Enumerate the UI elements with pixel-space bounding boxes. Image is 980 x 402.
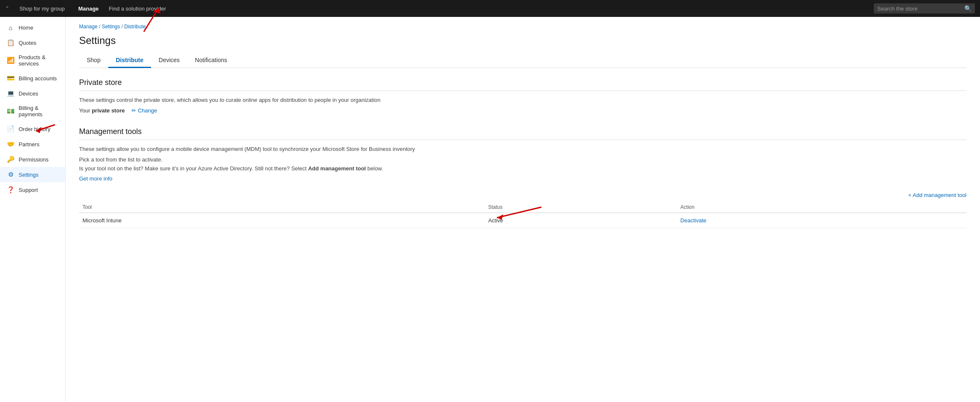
topbar: ⌃ Shop for my group Manage Find a soluti… xyxy=(0,0,980,17)
sidebar-label-products: Products & services xyxy=(19,54,58,67)
pencil-icon: ✏ xyxy=(132,107,136,114)
tool-status: Active xyxy=(485,213,677,228)
search-bar: 🔍 xyxy=(874,3,975,14)
tab-notifications[interactable]: Notifications xyxy=(187,53,235,68)
breadcrumb-manage[interactable]: Manage xyxy=(79,24,97,30)
sidebar-item-settings[interactable]: ⚙ Settings xyxy=(0,167,65,182)
col-status: Status xyxy=(485,202,677,213)
sidebar-item-quotes[interactable]: 📋 Quotes xyxy=(0,35,65,50)
sidebar-label-home: Home xyxy=(19,25,33,31)
sidebar-item-support[interactable]: ❓ Support xyxy=(0,182,65,197)
table-header: Tool Status Action xyxy=(79,202,966,213)
sidebar-label-billing-accounts: Billing accounts xyxy=(19,75,57,82)
private-store-title: Private store xyxy=(79,78,966,87)
products-icon: 📶 xyxy=(7,57,14,64)
deactivate-link[interactable]: Deactivate xyxy=(681,217,706,224)
table-body: Microsoft Intune Active Deactivate xyxy=(79,213,966,228)
management-tools-divider xyxy=(79,139,966,140)
breadcrumb: Manage / Settings / Distribute xyxy=(79,24,966,30)
settings-tabs: Shop Distribute Devices Notifications xyxy=(79,53,966,68)
sidebar-item-partners[interactable]: 🤝 Partners xyxy=(0,137,65,152)
sidebar-item-permissions[interactable]: 🔑 Permissions xyxy=(0,152,65,167)
add-management-tool-button[interactable]: + Add management tool xyxy=(908,192,966,198)
billing-payments-icon: 💵 xyxy=(7,107,14,115)
sidebar-item-devices[interactable]: 💻 Devices xyxy=(0,86,65,101)
private-store-label: Your private store xyxy=(79,107,125,114)
private-store-row: Your private store ✏ Change xyxy=(79,107,966,114)
private-store-divider xyxy=(79,90,966,91)
search-input[interactable] xyxy=(877,5,962,12)
tool-action: Deactivate xyxy=(677,213,966,228)
get-more-info-link[interactable]: Get more info xyxy=(79,175,113,182)
management-tools-title: Management tools xyxy=(79,127,966,136)
table-header-row: Tool Status Action xyxy=(79,202,966,213)
sidebar-item-products-services[interactable]: 📶 Products & services xyxy=(0,50,65,71)
sidebar-item-home[interactable]: ⌂ Home xyxy=(0,20,65,35)
nav-find-solution[interactable]: Find a solution provider xyxy=(109,5,166,12)
tool-name: Microsoft Intune xyxy=(79,213,485,228)
layout: ⌂ Home 📋 Quotes 📶 Products & services 💳 … xyxy=(0,17,980,402)
page-title: Settings xyxy=(79,35,966,46)
management-tools-description: These settings allow you to configure a … xyxy=(79,146,966,152)
breadcrumb-distribute[interactable]: Distribute xyxy=(124,24,146,30)
billing-accounts-icon: 💳 xyxy=(7,74,14,82)
management-tools-table: Tool Status Action Microsoft Intune Acti… xyxy=(79,202,966,228)
sidebar-label-order-history: Order history xyxy=(19,126,50,132)
table-row: Microsoft Intune Active Deactivate xyxy=(79,213,966,228)
tab-shop[interactable]: Shop xyxy=(79,53,108,68)
col-action: Action xyxy=(677,202,966,213)
nav-manage[interactable]: Manage xyxy=(78,5,99,12)
sidebar-item-billing-payments[interactable]: 💵 Billing & payments xyxy=(0,101,65,121)
sidebar-item-billing-accounts[interactable]: 💳 Billing accounts xyxy=(0,71,65,86)
sidebar-label-quotes: Quotes xyxy=(19,40,36,46)
devices-icon: 💻 xyxy=(7,90,14,97)
sidebar-label-partners: Partners xyxy=(19,141,39,148)
tab-devices[interactable]: Devices xyxy=(151,53,187,68)
search-icon: 🔍 xyxy=(964,5,972,12)
sidebar-label-settings: Settings xyxy=(19,172,38,178)
private-store-description: These settings control the private store… xyxy=(79,97,966,103)
sidebar-label-billing-payments: Billing & payments xyxy=(19,105,58,118)
sidebar-item-order-history[interactable]: 📄 Order history xyxy=(0,121,65,137)
col-tool: Tool xyxy=(79,202,485,213)
breadcrumb-settings[interactable]: Settings xyxy=(102,24,120,30)
main-content: Manage / Settings / Distribute Settings … xyxy=(66,17,980,402)
private-store-section: Private store These settings control the… xyxy=(79,78,966,114)
sidebar-label-devices: Devices xyxy=(19,90,38,97)
sidebar-label-support: Support xyxy=(19,187,38,193)
settings-icon: ⚙ xyxy=(7,171,14,178)
topbar-nav: Manage Find a solution provider xyxy=(78,5,166,12)
home-icon: ⌂ xyxy=(7,24,14,31)
topbar-chevron[interactable]: ⌃ xyxy=(5,5,9,11)
tab-distribute[interactable]: Distribute xyxy=(108,53,151,68)
management-tools-section: Management tools These settings allow yo… xyxy=(79,127,966,228)
sidebar-label-permissions: Permissions xyxy=(19,156,49,163)
shop-for-group-label: Shop for my group xyxy=(19,5,65,12)
sidebar: ⌂ Home 📋 Quotes 📶 Products & services 💳 … xyxy=(0,17,66,402)
support-icon: ❓ xyxy=(7,186,14,194)
add-tool-row: + Add management tool xyxy=(79,192,966,198)
permissions-icon: 🔑 xyxy=(7,156,14,163)
partners-icon: 🤝 xyxy=(7,140,14,148)
order-history-icon: 📄 xyxy=(7,125,14,133)
quotes-icon: 📋 xyxy=(7,39,14,46)
change-link[interactable]: ✏ Change xyxy=(132,107,157,114)
management-tools-instructions: Pick a tool from the list to activate. I… xyxy=(79,156,966,173)
